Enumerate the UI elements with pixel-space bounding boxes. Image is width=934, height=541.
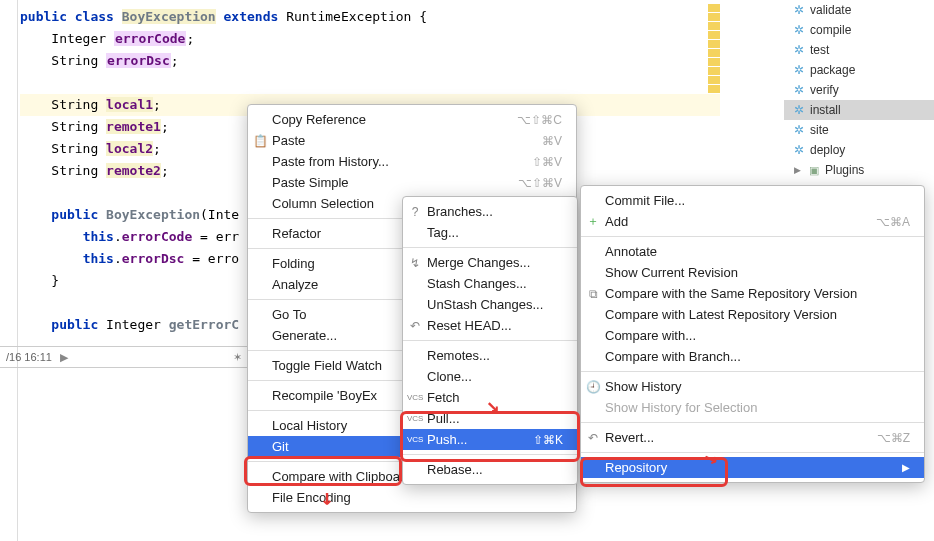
mi-tag[interactable]: Tag... <box>403 222 577 243</box>
submenu-arrow-icon: ▶ <box>902 462 910 473</box>
settings-icon[interactable]: ✶ <box>233 351 242 364</box>
mi-clone[interactable]: Clone... <box>403 366 577 387</box>
status-time: /16 16:11 <box>6 351 52 363</box>
pull-icon: VCS <box>407 414 423 423</box>
clipboard-icon: 📋 <box>252 134 268 148</box>
mi-push[interactable]: VCSPush...⇧⌘K <box>403 429 577 450</box>
push-icon: VCS <box>407 435 423 444</box>
folder-icon: ▣ <box>809 164 819 177</box>
gear-icon: ✲ <box>794 3 804 17</box>
maven-goal-test[interactable]: ✲test <box>784 40 934 60</box>
warning-stripe[interactable] <box>708 4 720 184</box>
mi-paste-simple[interactable]: Paste Simple⌥⇧⌘V <box>248 172 576 193</box>
history-icon: 🕘 <box>585 380 601 394</box>
mi-show-history[interactable]: 🕘Show History <box>581 376 924 397</box>
maven-goal-validate[interactable]: ✲validate <box>784 0 934 20</box>
gear-icon: ✲ <box>794 83 804 97</box>
mi-compare-same[interactable]: ⧉Compare with the Same Repository Versio… <box>581 283 924 304</box>
reset-icon: ↶ <box>407 319 423 333</box>
mi-unstash[interactable]: UnStash Changes... <box>403 294 577 315</box>
mi-merge[interactable]: ↯Merge Changes... <box>403 252 577 273</box>
mi-file-encoding[interactable]: File Encoding <box>248 487 576 508</box>
mi-compare-latest[interactable]: Compare with Latest Repository Version <box>581 304 924 325</box>
maven-goal-verify[interactable]: ✲verify <box>784 80 934 100</box>
gear-icon: ✲ <box>794 23 804 37</box>
maven-goal-package[interactable]: ✲package <box>784 60 934 80</box>
revert-icon: ↶ <box>585 431 601 445</box>
gear-icon: ✲ <box>794 143 804 157</box>
git-submenu[interactable]: ?Branches... Tag... ↯Merge Changes... St… <box>402 196 578 485</box>
mi-paste[interactable]: 📋Paste⌘V <box>248 130 576 151</box>
mi-compare-branch[interactable]: Compare with Branch... <box>581 346 924 367</box>
plugins-node[interactable]: ▶ ▣ Plugins <box>784 160 934 180</box>
expand-icon: ▶ <box>794 165 801 175</box>
maven-goal-compile[interactable]: ✲compile <box>784 20 934 40</box>
mi-commit-file[interactable]: Commit File... <box>581 190 924 211</box>
mi-revert[interactable]: ↶Revert...⌥⌘Z <box>581 427 924 448</box>
mi-add[interactable]: ＋Add⌥⌘A <box>581 211 924 232</box>
fetch-icon: VCS <box>407 393 423 402</box>
mi-reset-head[interactable]: ↶Reset HEAD... <box>403 315 577 336</box>
maven-panel[interactable]: ✲validate✲compile✲test✲package✲verify✲in… <box>784 0 934 180</box>
maven-goal-install[interactable]: ✲install <box>784 100 934 120</box>
mi-branches[interactable]: ?Branches... <box>403 201 577 222</box>
gear-icon: ✲ <box>794 63 804 77</box>
mi-compare-with[interactable]: Compare with... <box>581 325 924 346</box>
mi-stash[interactable]: Stash Changes... <box>403 273 577 294</box>
mi-show-history-sel: Show History for Selection <box>581 397 924 418</box>
mi-annotate[interactable]: Annotate <box>581 241 924 262</box>
maven-goal-site[interactable]: ✲site <box>784 120 934 140</box>
mi-rebase[interactable]: Rebase... <box>403 459 577 480</box>
mi-show-current-rev[interactable]: Show Current Revision <box>581 262 924 283</box>
vcs-context-menu[interactable]: Commit File... ＋Add⌥⌘A Annotate Show Cur… <box>580 185 925 483</box>
mi-pull[interactable]: VCSPull... <box>403 408 577 429</box>
gear-icon: ✲ <box>794 123 804 137</box>
mi-copy-reference[interactable]: Copy Reference⌥⇧⌘C <box>248 109 576 130</box>
gear-icon: ✲ <box>794 43 804 57</box>
status-bar: /16 16:11 ▶ ✶ <box>0 346 248 368</box>
merge-icon: ↯ <box>407 256 423 270</box>
compare-icon: ⧉ <box>585 287 601 301</box>
mi-repository[interactable]: Repository▶ <box>581 457 924 478</box>
add-icon: ＋ <box>585 213 601 230</box>
mi-remotes[interactable]: Remotes... <box>403 345 577 366</box>
branch-icon: ? <box>407 205 423 219</box>
play-icon[interactable]: ▶ <box>60 351 68 364</box>
maven-goal-deploy[interactable]: ✲deploy <box>784 140 934 160</box>
mi-fetch[interactable]: VCSFetch <box>403 387 577 408</box>
gear-icon: ✲ <box>794 103 804 117</box>
mi-paste-history[interactable]: Paste from History...⇧⌘V <box>248 151 576 172</box>
